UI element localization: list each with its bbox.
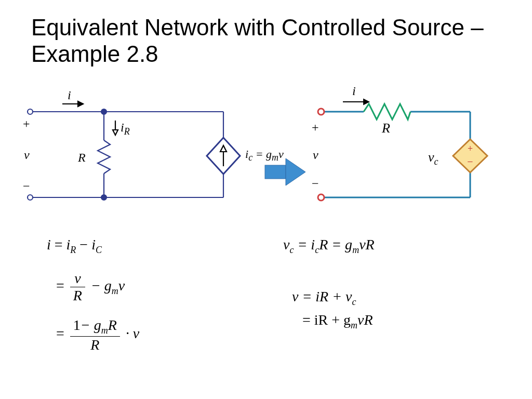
eq-vc: vc = icR = gmvR: [283, 236, 375, 256]
svg-text:+: +: [468, 143, 473, 154]
svg-point-20: [318, 194, 324, 201]
svg-text:−: −: [467, 156, 473, 167]
eq-i-kcl: i = iR − iC: [47, 236, 102, 256]
resistor-R-right: R: [382, 121, 390, 136]
eq-i-step2: = vR − gmv: [56, 270, 125, 304]
eq-v-kvl-2: = iR + gmvR: [302, 312, 373, 331]
vc-label-right: vc: [428, 150, 438, 167]
current-i-top-right: i: [352, 84, 356, 98]
port-minus-right: −: [312, 177, 319, 191]
eq-v-kvl-1: v = iR + vc: [292, 288, 356, 308]
eq-i-step3: = 1− gmR R · v: [56, 317, 139, 353]
port-plus-right: +: [312, 121, 319, 135]
port-v-right: v: [313, 148, 318, 162]
svg-point-19: [318, 109, 324, 115]
